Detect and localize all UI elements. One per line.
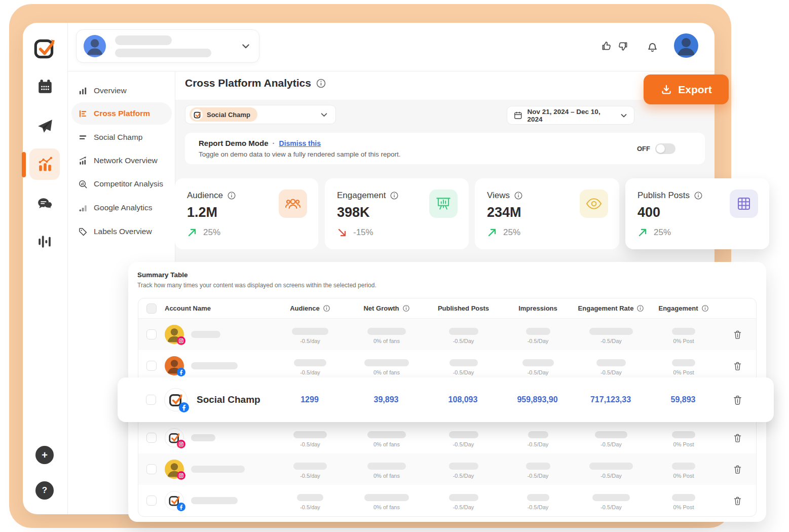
net-growth-value: 39,893 — [348, 395, 425, 404]
stat-value: 400 — [637, 205, 660, 220]
calendar-icon[interactable] — [35, 77, 55, 96]
stat-card-views: Views 234M 25% — [475, 178, 619, 249]
trend-up-icon — [187, 227, 197, 238]
facebook-icon — [179, 402, 189, 412]
info-icon[interactable] — [227, 191, 236, 200]
delete-row-button[interactable] — [719, 361, 756, 371]
table-header-row: Account Name Audience Net Growth Publish… — [138, 298, 756, 319]
sub-label: 0% Post — [673, 473, 694, 479]
sidebar-item-label: Cross Platform — [94, 109, 150, 118]
date-range-picker[interactable]: Nov 21, 2024 – Dec 10, 2024 — [507, 106, 634, 125]
info-icon[interactable] — [402, 305, 410, 312]
thumbs-up-icon[interactable] — [599, 39, 614, 54]
sub-label: -0.5/Day — [600, 441, 622, 447]
account-select[interactable]: Social Champ — [185, 105, 336, 124]
demo-banner-description: Toggle on demo data to view a fully rend… — [199, 150, 400, 158]
workspace-selector[interactable] — [76, 29, 259, 63]
table-row[interactable]: -0.5/day 0% of fans -0.5/Day -0.5/Day -0… — [138, 422, 756, 453]
featured-row-social-champ[interactable]: Social Champ 1299 39,893 108,093 959,893… — [118, 377, 774, 422]
sub-label: 0% Post — [673, 441, 694, 447]
analytics-icon[interactable] — [35, 155, 55, 174]
table-row[interactable]: -0.5/day 0% of fans -0.5/Day -0.5/Day -0… — [138, 350, 756, 382]
row-checkbox[interactable] — [146, 329, 157, 339]
google-analytics-icon — [78, 203, 88, 213]
row-checkbox[interactable] — [146, 496, 157, 506]
delete-row-button[interactable] — [719, 433, 756, 443]
instagram-icon — [177, 471, 185, 480]
account-avatar — [164, 388, 187, 411]
sidebar-item-label: Overview — [94, 86, 127, 95]
user-avatar[interactable] — [674, 33, 698, 58]
info-icon[interactable] — [316, 78, 326, 89]
selected-account-label: Social Champ — [207, 111, 250, 119]
sidebar-item-cross-platform[interactable]: Cross Platform — [71, 102, 172, 125]
sidebar-item-label: Google Analytics — [94, 203, 152, 212]
info-icon[interactable] — [390, 191, 399, 200]
trash-icon — [732, 361, 743, 371]
row-checkbox[interactable] — [146, 395, 156, 405]
workspace-name-skeleton — [115, 35, 211, 57]
column-header: Engagement — [658, 305, 698, 312]
info-icon[interactable] — [323, 305, 330, 312]
sub-label: -0.5/Day — [453, 369, 474, 375]
sub-label: -0.5/day — [300, 473, 320, 479]
sidebar-item-overview[interactable]: Overview — [71, 81, 172, 100]
info-icon[interactable] — [514, 191, 523, 200]
sub-label: -0.5/Day — [453, 504, 474, 510]
column-header: Engagement Rate — [578, 305, 634, 312]
sub-label: -0.5/Day — [528, 369, 549, 375]
delete-row-button[interactable] — [719, 496, 756, 506]
add-button[interactable]: + — [35, 446, 54, 464]
account-name-skeleton — [191, 466, 245, 473]
notifications-bell-icon[interactable] — [645, 39, 660, 54]
eye-icon — [580, 189, 608, 218]
table-row[interactable]: -0.5/day 0% of fans -0.5/Day -0.5/Day -0… — [138, 485, 756, 516]
page: + ? Overview Cross Platf — [0, 0, 789, 532]
row-checkbox[interactable] — [146, 361, 157, 371]
info-icon[interactable] — [636, 305, 644, 312]
delete-row-button[interactable] — [719, 394, 757, 406]
dismiss-link[interactable]: Dismiss this — [279, 139, 321, 147]
stat-label: Publish Posts — [637, 191, 690, 201]
engage-chat-icon[interactable] — [35, 195, 55, 214]
instagram-icon — [177, 336, 185, 345]
sidebar-item-label: Network Overview — [94, 156, 158, 165]
download-icon — [660, 84, 672, 96]
publish-send-icon[interactable] — [35, 117, 55, 136]
column-header: Published Posts — [438, 305, 489, 312]
delete-row-button[interactable] — [719, 329, 756, 340]
stat-change: 25% — [654, 227, 671, 238]
trash-icon — [732, 394, 743, 406]
stat-change: -15% — [353, 227, 373, 238]
stat-change: 25% — [503, 227, 520, 238]
table-row[interactable]: -0.5/day 0% of fans -0.5/Day -0.5/Day -0… — [138, 319, 756, 350]
listening-waveform-icon[interactable] — [35, 232, 55, 251]
engagement-rate-value: 717,123,33 — [574, 395, 648, 404]
demo-mode-toggle[interactable] — [655, 143, 675, 154]
info-icon[interactable] — [701, 305, 709, 312]
growth-chart-icon — [78, 156, 88, 166]
sidebar-item-competitor-analysis[interactable]: Competitor Analysis — [71, 174, 172, 194]
delete-row-button[interactable] — [719, 464, 756, 475]
sidebar-item-social-champ[interactable]: Social Champ — [71, 128, 172, 147]
presentation-icon — [429, 189, 458, 218]
thumbs-down-icon[interactable] — [615, 39, 630, 54]
sub-label: 0% of fans — [373, 369, 400, 375]
row-checkbox[interactable] — [146, 464, 157, 474]
socialchamp-logo-icon[interactable] — [32, 35, 57, 61]
export-button[interactable]: Export — [644, 74, 729, 104]
column-header: Impressions — [518, 305, 557, 312]
sidebar-item-google-analytics[interactable]: Google Analytics — [71, 198, 172, 217]
select-all-checkbox[interactable] — [146, 303, 157, 314]
info-icon[interactable] — [694, 191, 703, 200]
row-checkbox[interactable] — [146, 433, 157, 443]
socialchamp-logo-icon — [192, 109, 203, 120]
help-button[interactable]: ? — [35, 481, 54, 500]
sidebar-item-network-overview[interactable]: Network Overview — [71, 151, 172, 170]
sub-label: 0% Post — [673, 369, 694, 375]
account-name: Social Champ — [197, 394, 260, 405]
sub-label: 0% of fans — [373, 504, 400, 510]
table-row[interactable]: -0.5/day 0% of fans -0.5/Day -0.5/Day -0… — [138, 453, 756, 485]
workspace-avatar — [84, 35, 106, 57]
sidebar-item-labels-overview[interactable]: Labels Overview — [71, 222, 172, 241]
